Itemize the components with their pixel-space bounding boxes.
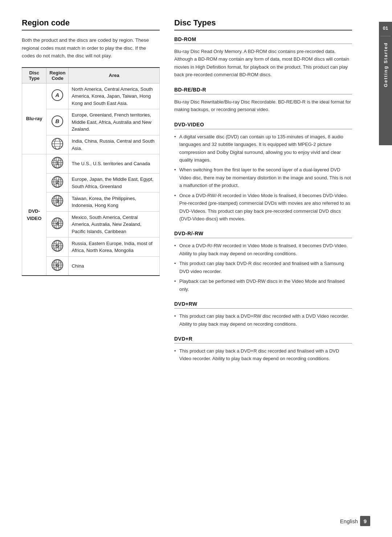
- section-bd-rom: BD-ROM Blu-ray Disc Read Only Memory. A …: [174, 36, 352, 79]
- svg-text:4: 4: [56, 221, 59, 226]
- region-code-b: B: [46, 109, 69, 135]
- list-item: When switching from the first layer to t…: [174, 166, 352, 189]
- region-icon-3: 3: [51, 195, 64, 207]
- list-item: Playback can be perfomed with DVD-RW dis…: [174, 277, 352, 293]
- area-c: India, China, Russia, Central and South …: [69, 135, 160, 154]
- table-row: Blu-ray A North America, Central America…: [22, 83, 160, 109]
- region-icon-6: 6: [51, 259, 64, 271]
- region-code-table: Disc Type RegionCode Area Blu-ray A: [22, 67, 160, 276]
- region-icon-2: 2: [51, 176, 64, 188]
- col-disc-type: Disc Type: [22, 68, 46, 84]
- list-item: This product can play back a DVD+R disc …: [174, 347, 352, 363]
- dvd-video-heading: DVD-VIDEO: [174, 122, 352, 129]
- region-code-6: 6: [46, 256, 69, 276]
- dvd-plus-rw-bullets: This product can play back a DVD+RW disc…: [174, 312, 352, 328]
- dvd-r-rw-heading: DVD-R/-RW: [174, 231, 352, 238]
- area-3: Taiwan, Korea, the Philippines, Indonesi…: [69, 192, 160, 212]
- bd-rom-text: Blu-ray Disc Read Only Memory. A BD-ROM …: [174, 48, 352, 79]
- col-region-code: RegionCode: [46, 68, 69, 84]
- area-2: Europe, Japan, the Middle East, Egypt, S…: [69, 173, 160, 192]
- region-icon-5: 5: [51, 240, 64, 252]
- dvd-video-bullets: A digital versatile disc (DVD) can conta…: [174, 133, 352, 223]
- region-icon-a: A: [51, 89, 64, 101]
- sidebar-divider: [380, 36, 391, 36]
- main-content: Region code Both the product and the dis…: [0, 0, 392, 537]
- svg-text:B: B: [56, 118, 60, 124]
- section-dvd-r-rw: DVD-R/-RW Once a DVD-R/-RW recorded in V…: [174, 231, 352, 293]
- bd-rom-heading: BD-ROM: [174, 36, 352, 44]
- area-4: Mexico, South America, Central America, …: [69, 211, 160, 237]
- section-dvd-plus-r: DVD+R This product can play back a DVD+R…: [174, 336, 352, 363]
- svg-text:6: 6: [56, 263, 59, 268]
- area-6: China: [69, 256, 160, 276]
- dvd-plus-rw-heading: DVD+RW: [174, 301, 352, 309]
- disc-type-bluray: Blu-ray: [22, 83, 46, 154]
- sidebar-chapter-number: 01: [383, 25, 388, 31]
- svg-text:2: 2: [56, 179, 59, 185]
- disc-type-dvd-video: DVD-VIDEO: [22, 154, 46, 276]
- region-icon-4: 4: [51, 217, 64, 229]
- svg-text:A: A: [55, 92, 60, 98]
- svg-text:5: 5: [56, 243, 59, 249]
- region-code-a: A: [46, 83, 69, 109]
- list-item: Once a DVD-RW/-R recorded in Video Mode …: [174, 192, 352, 223]
- region-icon-1: 1: [51, 156, 64, 169]
- region-code-3: 3: [46, 192, 69, 212]
- left-column: Region code Both the product and the dis…: [22, 18, 160, 519]
- dvd-plus-r-heading: DVD+R: [174, 336, 352, 343]
- area-a: North America, Central America, South Am…: [69, 83, 160, 109]
- section-bd-re-bd-r: BD-RE/BD-R Blu-ray Disc Rewritable/Blu-r…: [174, 87, 352, 114]
- footer-english-label: English: [340, 518, 358, 524]
- svg-text:3: 3: [56, 198, 59, 204]
- col-area: Area: [69, 68, 160, 84]
- area-5: Russia, Eastern Europe, India, most of A…: [69, 237, 160, 257]
- dvd-r-rw-bullets: Once a DVD-R/-RW recorded in Video Mode …: [174, 242, 352, 293]
- list-item: This product can play back a DVD+RW disc…: [174, 312, 352, 328]
- sidebar-chapter-title: Getting Started: [383, 42, 388, 87]
- section-dvd-plus-rw: DVD+RW This product can play back a DVD+…: [174, 301, 352, 328]
- list-item: A digital versatile disc (DVD) can conta…: [174, 133, 352, 164]
- dvd-plus-r-bullets: This product can play back a DVD+R disc …: [174, 347, 352, 363]
- region-code-c: [46, 135, 69, 154]
- region-code-2: 2: [46, 173, 69, 192]
- region-code-5: 5: [46, 237, 69, 257]
- list-item: Once a DVD-R/-RW recorded in Video Mode …: [174, 242, 352, 257]
- disc-types-heading: Disc Types: [174, 18, 352, 30]
- bd-re-bd-r-heading: BD-RE/BD-R: [174, 87, 352, 94]
- bd-re-bd-r-text: Blu-ray Disc Rewritable/Blu-ray Disc Rec…: [174, 98, 352, 114]
- region-code-heading: Region code: [22, 18, 160, 30]
- table-row: DVD-VIDEO 1 Th: [22, 154, 160, 174]
- list-item: This product can play back DVD-R disc re…: [174, 260, 352, 275]
- region-code-1: 1: [46, 154, 69, 174]
- region-code-intro: Both the product and the discs are coded…: [22, 36, 160, 60]
- svg-text:1: 1: [56, 160, 59, 166]
- area-1: The U.S., U.S. territories and Canada: [69, 154, 160, 174]
- region-code-4: 4: [46, 211, 69, 237]
- section-dvd-video: DVD-VIDEO A digital versatile disc (DVD)…: [174, 122, 352, 223]
- footer-page-number: 9: [360, 516, 370, 526]
- sidebar-tab: 01 Getting Started: [379, 22, 392, 145]
- page-container: 01 Getting Started Region code Both the …: [0, 0, 392, 537]
- right-column: Disc Types BD-ROM Blu-ray Disc Read Only…: [174, 18, 370, 519]
- page-footer: English 9: [340, 516, 370, 526]
- region-icon-b: B: [51, 115, 64, 127]
- area-b: Europe, Greenland, French territories, M…: [69, 109, 160, 135]
- table-header-row: Disc Type RegionCode Area: [22, 68, 160, 84]
- region-icon-c: [51, 138, 64, 150]
